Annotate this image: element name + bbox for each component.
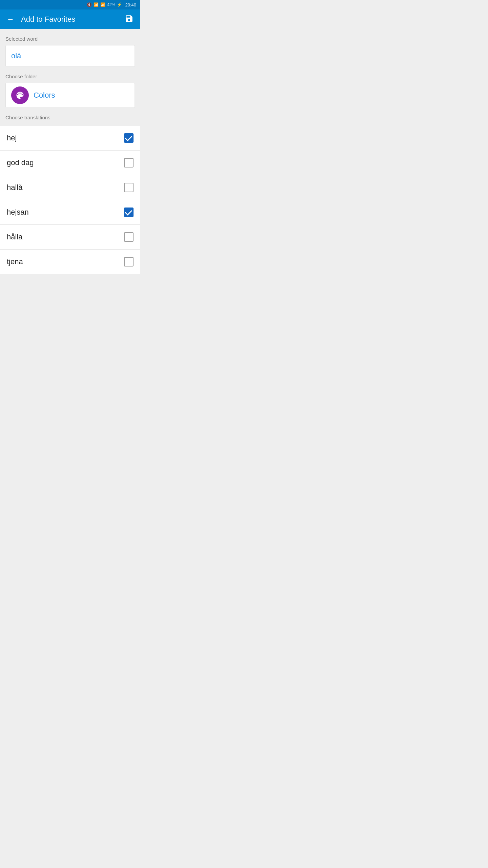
- translation-item[interactable]: hålla: [0, 225, 140, 250]
- translation-item[interactable]: god dag: [0, 151, 140, 175]
- choose-folder-label: Choose folder: [5, 74, 135, 79]
- translation-checkbox[interactable]: [124, 133, 134, 143]
- selected-word-value: olá: [11, 52, 21, 60]
- battery-indicator: 42%: [107, 2, 115, 7]
- translation-item[interactable]: hejsan: [0, 200, 140, 225]
- translation-item[interactable]: hallå: [0, 175, 140, 200]
- status-bar: 🔇 📶 📶 42% ⚡ 20:40: [0, 0, 140, 9]
- translation-text: tjena: [7, 257, 23, 266]
- charging-icon: ⚡: [117, 2, 122, 7]
- mute-icon: 🔇: [87, 2, 92, 7]
- toolbar: ← Add to Favorites: [0, 9, 140, 29]
- back-button[interactable]: ←: [5, 14, 16, 25]
- translation-item[interactable]: hej: [0, 126, 140, 151]
- signal-icon: 📶: [100, 2, 105, 7]
- translation-checkbox[interactable]: [124, 208, 134, 217]
- translation-checkbox[interactable]: [124, 183, 134, 192]
- translation-text: hallå: [7, 183, 22, 192]
- translation-text: god dag: [7, 158, 34, 167]
- translation-checkbox[interactable]: [124, 257, 134, 267]
- translation-item[interactable]: tjena: [0, 250, 140, 274]
- selected-word-label: Selected word: [5, 36, 135, 42]
- translation-text: hålla: [7, 233, 22, 241]
- palette-icon: [15, 91, 25, 100]
- translation-checkbox[interactable]: [124, 232, 134, 242]
- choose-translations-label: Choose translations: [5, 115, 135, 120]
- status-icons: 🔇 📶 📶 42% ⚡ 20:40: [87, 2, 136, 7]
- save-icon: [125, 14, 134, 23]
- folder-icon-circle: [11, 86, 29, 104]
- page-title: Add to Favorites: [21, 15, 118, 24]
- translation-text: hejsan: [7, 208, 29, 217]
- selected-word-input[interactable]: olá: [5, 45, 135, 67]
- clock: 20:40: [125, 2, 136, 7]
- folder-name: Colors: [34, 91, 55, 100]
- folder-selector[interactable]: Colors: [5, 83, 135, 108]
- wifi-icon: 📶: [94, 2, 99, 7]
- save-button[interactable]: [123, 13, 135, 26]
- translation-text: hej: [7, 134, 17, 142]
- translation-checkbox[interactable]: [124, 158, 134, 167]
- content-section: Selected word olá Choose folder Colors C…: [0, 29, 140, 126]
- translations-list: hejgod daghallåhejsanhållatjena: [0, 126, 140, 274]
